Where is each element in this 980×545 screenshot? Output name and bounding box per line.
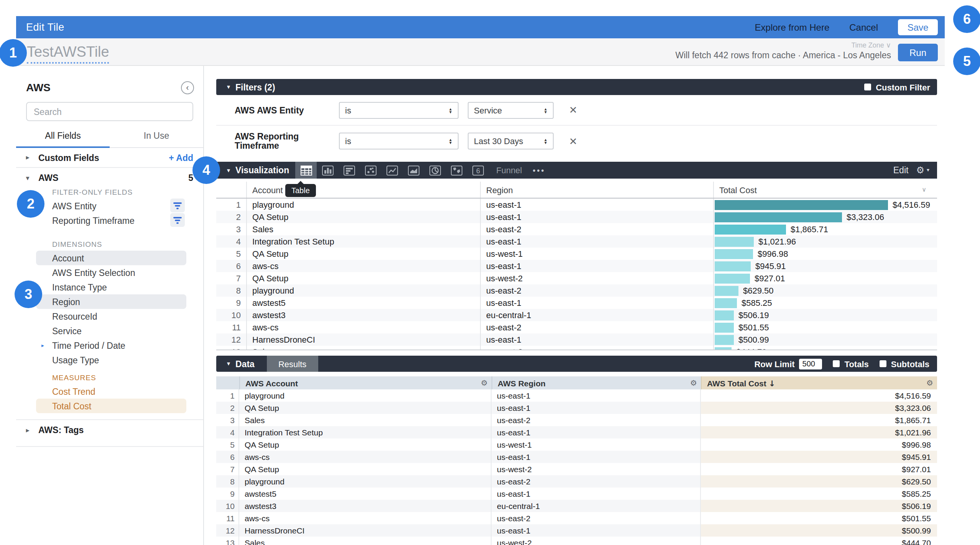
- data-table-row[interactable]: 5QA Setupus-west-1$996.98: [216, 438, 937, 451]
- sidebar-dimension-region[interactable]: Region: [36, 294, 186, 309]
- column-header-aws-account[interactable]: AWS Account ⚙: [239, 376, 492, 389]
- tab-all-fields[interactable]: All Fields: [16, 131, 110, 148]
- viz-table-row[interactable]: 11aws-csus-east-2$501.55: [216, 321, 937, 333]
- cancel-button[interactable]: Cancel: [849, 22, 878, 33]
- custom-fields-row[interactable]: ▸ Custom Fields + Add: [16, 148, 203, 168]
- column-header-account[interactable]: Account: [247, 182, 481, 198]
- data-table-row[interactable]: 11aws-csus-east-2$501.55: [216, 512, 937, 524]
- custom-filter-toggle[interactable]: Custom Filter: [864, 82, 930, 92]
- data-table-row[interactable]: 2QA Setupus-east-1$3,323.06: [216, 402, 937, 414]
- viz-table-row[interactable]: 4Integration Test Setupus-east-1$1,021.9…: [216, 235, 937, 248]
- explore-from-here-link[interactable]: Explore from Here: [755, 22, 830, 33]
- sidebar-dimension-time-period-date[interactable]: Time Period / Date▸: [36, 338, 186, 353]
- viz-table-row[interactable]: 10awstest3eu-central-1$506.19: [216, 309, 937, 321]
- add-custom-field-button[interactable]: + Add: [169, 153, 193, 162]
- aws-tags-group-row[interactable]: ▸ AWS: Tags: [16, 420, 203, 440]
- viz-table-row[interactable]: 5QA Setupus-west-1$996.98: [216, 248, 937, 260]
- collapse-sidebar-icon[interactable]: ‹: [181, 81, 194, 94]
- filter-operator-select[interactable]: is▲▼: [339, 102, 459, 118]
- scatter-chart-icon[interactable]: [360, 162, 381, 179]
- data-table-row[interactable]: 13Salesus-west-2$444.70: [216, 537, 937, 545]
- sidebar-dimension-instance-type[interactable]: Instance Type: [36, 280, 186, 294]
- filter-value-select[interactable]: Service▲▼: [468, 102, 554, 118]
- sidebar-measure-total-cost[interactable]: Total Cost: [36, 399, 186, 413]
- totals-toggle[interactable]: Totals: [833, 359, 869, 368]
- viz-table-row[interactable]: 1playgroundus-east-1$4,516.59: [216, 199, 937, 211]
- row-number: 13: [216, 346, 247, 350]
- table-icon[interactable]: [295, 162, 317, 179]
- funnel-viz-label[interactable]: Funnel: [496, 166, 522, 175]
- remove-filter-icon[interactable]: ✕: [569, 104, 577, 116]
- save-button[interactable]: Save: [898, 19, 938, 35]
- data-table-row[interactable]: 3Salesus-east-2$1,865.71: [216, 414, 937, 426]
- caret-down-icon[interactable]: ▾: [227, 84, 230, 90]
- data-table-row[interactable]: 8playgroundus-east-2$629.50: [216, 475, 937, 488]
- column-header-total-cost[interactable]: Total Cost ∨: [714, 182, 937, 198]
- more-viz-types-icon[interactable]: •••: [533, 166, 546, 174]
- viz-gear-icon[interactable]: ⚙: [916, 165, 924, 176]
- viz-table-row[interactable]: 7QA Setupus-west-2$927.01: [216, 272, 937, 284]
- filter-operator-select[interactable]: is▲▼: [339, 133, 459, 149]
- column-header-region[interactable]: Region: [481, 182, 714, 198]
- sidebar-measure-cost-trend[interactable]: Cost Trend: [36, 384, 186, 399]
- column-header-aws-region[interactable]: AWS Region ⚙: [492, 376, 701, 389]
- area-chart-icon[interactable]: [403, 162, 424, 179]
- sidebar-field-reporting-timeframe[interactable]: Reporting Timeframe: [36, 213, 186, 228]
- search-input[interactable]: [34, 107, 186, 116]
- caret-down-icon[interactable]: ▾: [227, 360, 230, 367]
- column-gear-icon[interactable]: ⚙: [481, 379, 488, 387]
- data-table-row[interactable]: 6aws-csus-east-1$945.91: [216, 451, 937, 463]
- viz-table-row[interactable]: 8playgroundus-east-2$629.50: [216, 284, 937, 297]
- sidebar-dimension-resourceid[interactable]: ResourceId: [36, 309, 186, 323]
- subtotals-toggle[interactable]: Subtotals: [880, 359, 929, 368]
- map-chart-icon[interactable]: [446, 162, 467, 179]
- pie-chart-icon[interactable]: [424, 162, 446, 179]
- row-limit-label: Row Limit: [754, 359, 794, 368]
- viz-table-row[interactable]: 3Salesus-east-2$1,865.71: [216, 223, 937, 235]
- cell-region: us-east-1: [481, 260, 714, 272]
- column-menu-chevron-icon[interactable]: ∨: [922, 186, 926, 193]
- tab-in-use[interactable]: In Use: [110, 131, 203, 147]
- sidebar-dimension-account[interactable]: Account: [36, 251, 186, 265]
- bar-chart-icon[interactable]: [338, 162, 360, 179]
- custom-filter-checkbox[interactable]: [864, 84, 871, 90]
- sidebar-field-aws-entity[interactable]: AWS Entity: [36, 199, 186, 213]
- caret-down-icon[interactable]: ▾: [227, 167, 230, 174]
- line-chart-icon[interactable]: [381, 162, 403, 179]
- sidebar-dimension-usage-type[interactable]: Usage Type: [36, 353, 186, 367]
- viz-table-row[interactable]: 9awstest5us-east-1$585.25: [216, 297, 937, 309]
- filter-value-select[interactable]: Last 30 Days▲▼: [468, 133, 554, 149]
- viz-table-row[interactable]: 6aws-csus-east-1$945.91: [216, 260, 937, 272]
- data-section-title[interactable]: Data: [235, 359, 255, 368]
- visualization-section-title[interactable]: Visualization: [235, 166, 289, 175]
- data-table-row[interactable]: 7QA Setupus-west-2$927.01: [216, 463, 937, 475]
- data-table-row[interactable]: 1playgroundus-east-1$4,516.59: [216, 389, 937, 402]
- filters-section-title[interactable]: Filters (2): [235, 82, 275, 92]
- viz-edit-button[interactable]: Edit: [893, 166, 909, 175]
- data-table-row[interactable]: 10awstest3eu-central-1$506.19: [216, 500, 937, 512]
- timezone-selector[interactable]: Time Zone ∨: [851, 41, 891, 49]
- filter-field-button[interactable]: [170, 213, 185, 227]
- data-table-row[interactable]: 9awstest5us-east-1$585.25: [216, 488, 937, 500]
- column-gear-icon[interactable]: ⚙: [926, 379, 933, 387]
- aws-group-row[interactable]: ▾ AWS 5: [16, 168, 203, 188]
- sidebar-dimension-aws-entity-selection[interactable]: AWS Entity Selection: [36, 265, 186, 280]
- run-button[interactable]: Run: [898, 44, 938, 61]
- tab-results[interactable]: Results: [267, 356, 318, 372]
- subtotals-checkbox[interactable]: [880, 360, 886, 367]
- column-gear-icon[interactable]: ⚙: [690, 379, 697, 387]
- viz-table-row[interactable]: 2QA Setupus-east-1$3,323.06: [216, 211, 937, 223]
- viz-table-row[interactable]: 12HarnessDroneCIus-east-1$500.99: [216, 333, 937, 346]
- tile-name-input[interactable]: TestAWSTile: [27, 44, 109, 64]
- column-header-aws-total-cost[interactable]: AWS Total Cost ↓ ⚙: [701, 376, 937, 389]
- single-value-icon[interactable]: 6: [467, 162, 488, 179]
- sidebar-dimension-service[interactable]: Service: [36, 323, 186, 338]
- totals-checkbox[interactable]: [833, 360, 840, 367]
- filter-field-button[interactable]: [170, 199, 185, 212]
- data-table-row[interactable]: 4Integration Test Setupus-east-1$1,021.9…: [216, 426, 937, 438]
- row-limit-input[interactable]: [799, 358, 822, 369]
- remove-filter-icon[interactable]: ✕: [569, 135, 577, 147]
- data-table-row[interactable]: 12HarnessDroneCIus-east-1$500.99: [216, 524, 937, 537]
- viz-table-row[interactable]: 13Salesus-west-2$444.70: [216, 346, 937, 350]
- column-chart-icon[interactable]: [317, 162, 338, 179]
